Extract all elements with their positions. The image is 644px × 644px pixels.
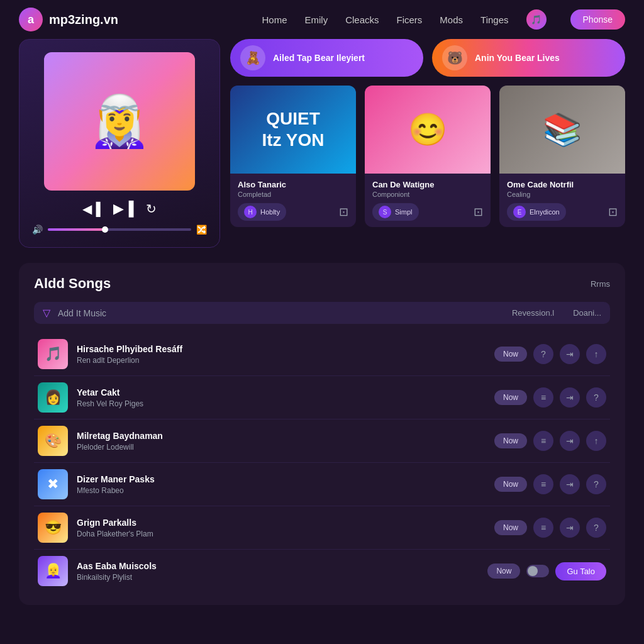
toggle-knob-5 [528, 566, 538, 576]
song-name-0: Hirsache Plhyibed Resáff [77, 344, 486, 354]
album-info-2: Ome Cade Notrfil Cealing E Elnydicon ⊡ [499, 174, 625, 227]
album-footer-2: E Elnydicon ⊡ [507, 203, 618, 221]
song-info-2: Milretag Baydnaman Pleloder Lodewill [77, 431, 486, 452]
song-actions-5: Now Gu Talo [487, 562, 606, 580]
song-artist-4: Doha Plakether's Plam [77, 530, 486, 538]
song-artist-2: Pleloder Lodewill [77, 443, 486, 452]
song-name-1: Yetar Cakt [77, 387, 486, 397]
action-btn-3a[interactable]: ≡ [533, 474, 553, 494]
action-btn-4c[interactable]: ? [586, 518, 606, 538]
nav-mods[interactable]: Mods [440, 14, 463, 25]
now-badge-1[interactable]: Now [494, 390, 527, 405]
now-badge-4[interactable]: Now [494, 520, 527, 535]
shuffle-icon: 🔀 [196, 225, 207, 235]
player-artwork: 🧝‍♀️ [44, 52, 195, 191]
filter-text[interactable]: Add It Music [58, 308, 512, 318]
action-btn-3b[interactable]: ⇥ [560, 474, 580, 494]
now-badge-0[interactable]: Now [494, 347, 527, 362]
repeat-button[interactable]: ↻ [146, 201, 157, 216]
album-grid: QUIETItz YON Also Tanaric Completad H Ho… [230, 86, 625, 227]
songs-section: Aldd Songs Rrms ▽ Add It Music Revession… [19, 263, 625, 605]
album-tag-1: S Simpl [372, 203, 419, 221]
action-btn-1a[interactable]: ≡ [533, 387, 553, 408]
album-sub-0: Completad [238, 191, 348, 198]
progress-bar[interactable] [48, 228, 191, 231]
volume-icon: 🔊 [32, 225, 43, 235]
action-btn-3c[interactable]: ? [586, 474, 606, 494]
action-btn-2c[interactable]: ↑ [586, 431, 606, 451]
trending-bar-0[interactable]: 🧸 Ailed Tap Bear Ileyiert [230, 39, 423, 77]
filter-cols: Revession.l Doani... [512, 308, 601, 318]
album-card-1[interactable]: 😊 Can De Watigne Componiont S Simpl ⊡ [365, 86, 491, 227]
song-thumb-3: ✖ [38, 469, 68, 499]
song-actions-0: Now ? ⇥ ↑ [494, 344, 606, 364]
song-artist-5: Binkailsity Plylist [77, 573, 479, 582]
album-sub-2: Cealing [507, 191, 618, 198]
add-icon-2[interactable]: ⊡ [608, 205, 618, 219]
add-icon-0[interactable]: ⊡ [339, 205, 348, 219]
action-btn-0a[interactable]: ? [533, 344, 553, 364]
action-btn-1b[interactable]: ⇥ [560, 387, 580, 408]
cta-button[interactable]: Phonse [570, 9, 625, 30]
song-thumb-0: 🎵 [38, 339, 68, 369]
tag-avatar-0: H [244, 206, 257, 218]
top-section: 🧝‍♀️ ◀▐ ▶▐ ↻ 🔊 🔀 🧸 Ai [19, 39, 625, 248]
song-name-2: Milretag Baydnaman [77, 431, 486, 441]
nav-cleacks[interactable]: Cleacks [345, 14, 379, 25]
song-name-3: Dizer Maner Pasks [77, 474, 486, 484]
logo-icon: a [19, 8, 43, 31]
songs-title: Aldd Songs [34, 275, 111, 292]
song-info-3: Dizer Maner Pasks Mfesto Rabeo [77, 474, 486, 495]
action-btn-0c[interactable]: ↑ [586, 344, 606, 364]
song-thumb-4: 😎 [38, 513, 68, 543]
action-btn-0b[interactable]: ⇥ [560, 344, 580, 364]
action-btn-1c[interactable]: ? [586, 387, 606, 408]
album-title-0: Also Tanaric [238, 180, 348, 189]
album-card-0[interactable]: QUIETItz YON Also Tanaric Completad H Ho… [230, 86, 356, 227]
nav-home[interactable]: Home [262, 14, 287, 25]
play-button[interactable]: ▶▐ [113, 201, 134, 217]
song-artist-3: Mfesto Rabeo [77, 486, 486, 495]
player-controls: ◀▐ ▶▐ ↻ [32, 201, 207, 217]
song-artist-0: Ren adlt Deperlion [77, 356, 486, 365]
album-title-1: Can De Watigne [372, 180, 483, 189]
filter-icon: ▽ [43, 307, 50, 319]
action-btn-2a[interactable]: ≡ [533, 431, 553, 451]
now-badge-2[interactable]: Now [494, 433, 527, 448]
album-img-2: 📚 [499, 86, 625, 174]
song-thumb-1: 👩 [38, 382, 68, 413]
song-info-4: Grign Parkalls Doha Plakether's Plam [77, 518, 486, 538]
trending-bars: 🧸 Ailed Tap Bear Ileyiert 🐻 Anin You Bea… [230, 39, 625, 77]
trending-avatar-1: 🐻 [442, 45, 467, 70]
player-card: 🧝‍♀️ ◀▐ ▶▐ ↻ 🔊 🔀 [19, 39, 220, 248]
song-actions-1: Now ≡ ⇥ ? [494, 387, 606, 408]
add-icon-1[interactable]: ⊡ [474, 205, 483, 219]
album-card-2[interactable]: 📚 Ome Cade Notrfil Cealing E Elnydicon ⊡ [499, 86, 625, 227]
album-sub-1: Componiont [372, 191, 483, 198]
song-name-4: Grign Parkalls [77, 518, 486, 528]
now-badge-3[interactable]: Now [494, 477, 527, 492]
song-actions-3: Now ≡ ⇥ ? [494, 474, 606, 494]
nav-avatar[interactable]: 🎵 [526, 9, 547, 30]
song-thumb-5: 👱‍♀️ [38, 556, 68, 586]
album-img-0: QUIETItz YON [230, 86, 356, 174]
nav-links: Home Emily Cleacks Ficers Mods Tinges 🎵 … [262, 9, 625, 30]
song-row: 🎵 Hirsache Plhyibed Resáff Ren adlt Depe… [34, 333, 610, 376]
gu-talo-button[interactable]: Gu Talo [555, 562, 606, 580]
trending-bar-1[interactable]: 🐻 Anin You Bear Lives [432, 39, 625, 77]
nav-tinges[interactable]: Tinges [480, 14, 508, 25]
action-btn-2b[interactable]: ⇥ [560, 431, 580, 451]
action-btn-4a[interactable]: ≡ [533, 518, 553, 538]
progress-dot [102, 226, 108, 233]
album-footer-0: H Hoblty ⊡ [238, 203, 348, 221]
action-btn-4b[interactable]: ⇥ [560, 518, 580, 538]
album-title-2: Ome Cade Notrfil [507, 180, 618, 189]
toggle-switch-5[interactable] [526, 565, 549, 577]
brand-name: mp3zing.vn [49, 13, 118, 27]
nav-emily[interactable]: Emily [304, 14, 328, 25]
nav-ficers[interactable]: Ficers [397, 14, 423, 25]
song-row: ✖ Dizer Maner Pasks Mfesto Rabeo Now ≡ ⇥… [34, 463, 610, 506]
song-info-5: Aas Eaba Muiscols Binkailsity Plylist [77, 561, 479, 582]
prev-button[interactable]: ◀▐ [82, 201, 101, 216]
now-badge-5[interactable]: Now [487, 564, 520, 579]
